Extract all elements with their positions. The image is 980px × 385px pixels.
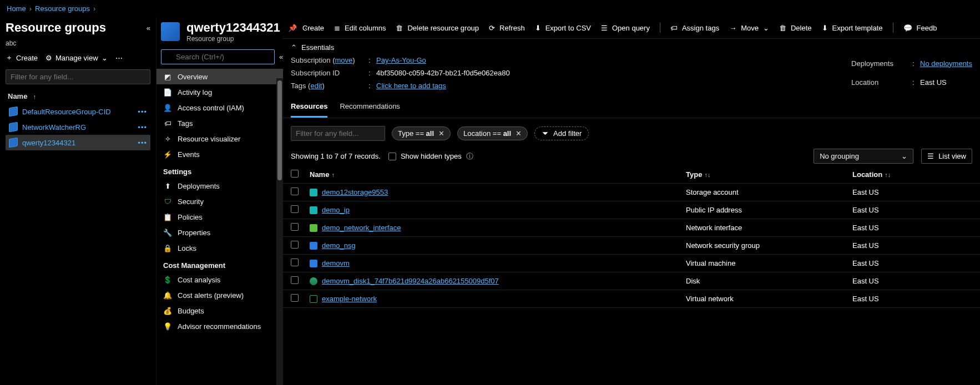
toolbar-divider [893, 23, 893, 33]
rg-item-more[interactable]: ••• [138, 123, 147, 131]
content-panel: ＋Create ≣Edit columns 🗑Delete resource g… [283, 17, 980, 385]
rg-item-more[interactable]: ••• [138, 108, 147, 116]
scrollbar-thumb[interactable] [277, 80, 282, 180]
nav-item-resource-visualizer[interactable]: ✧ Resource visualizer [156, 131, 283, 146]
export-template-button[interactable]: ⬇Export template [822, 24, 883, 32]
nav-item-cost-analysis[interactable]: 💲 Cost analysis [156, 272, 283, 287]
row-checkbox[interactable] [291, 276, 299, 284]
resource-type: Network interface [680, 219, 847, 237]
subscription-link[interactable]: Pay-As-You-Go [376, 56, 510, 64]
nav-item-cost-alerts[interactable]: 🔔 Cost alerts (preview) [156, 287, 283, 303]
rg-item[interactable]: qwerty12344321 ••• [6, 135, 150, 150]
delete-button[interactable]: 🗑Delete [779, 24, 812, 32]
more-button[interactable]: ⋯ [115, 54, 123, 62]
table-row[interactable]: demo_ipPublic IP addressEast US [283, 201, 980, 219]
row-checkbox[interactable] [291, 188, 299, 195]
collapse-nav-icon[interactable]: « [279, 53, 283, 61]
pin-icon[interactable]: 📌 [288, 24, 297, 32]
table-row[interactable]: demo_nsgNetwork security groupEast US [283, 237, 980, 255]
resource-link[interactable]: demo_nsg [322, 241, 356, 250]
edit-columns-button[interactable]: ≣Edit columns [334, 24, 386, 32]
row-checkbox[interactable] [291, 294, 299, 302]
table-row[interactable]: demovm_disk1_74f7b621d9924a26ab662155009… [283, 272, 980, 290]
type-filter-pill[interactable]: Type == all ✕ [392, 126, 451, 140]
resource-filter-input[interactable] [291, 126, 385, 141]
assign-tags-button[interactable]: 🏷Assign tags [670, 24, 719, 32]
nav-item-tags[interactable]: 🏷 Tags [156, 115, 283, 131]
breadcrumb-home[interactable]: Home [7, 4, 26, 13]
delete-rg-button[interactable]: 🗑Delete resource group [396, 24, 479, 32]
table-row[interactable]: demovmVirtual machineEast US [283, 255, 980, 272]
select-all-checkbox[interactable] [291, 170, 299, 178]
refresh-button[interactable]: ⟳Refresh [489, 24, 525, 32]
nav-item-overview[interactable]: ◩ Overview [156, 69, 283, 84]
nav-item-events[interactable]: ⚡ Events [156, 146, 283, 162]
close-icon[interactable]: ✕ [438, 129, 444, 138]
feedback-button[interactable]: 💬Feedb [903, 24, 937, 32]
info-icon[interactable]: ⓘ [466, 151, 473, 161]
filter-input[interactable] [6, 69, 150, 84]
sort-icon: ↑↓ [704, 171, 710, 178]
show-hidden-checkbox[interactable] [388, 153, 396, 160]
list-view-button[interactable]: ☰ List view [921, 149, 972, 164]
resource-link[interactable]: demovm_disk1_74f7b621d9924a26ab662155009… [322, 277, 499, 285]
nav-item-access-control[interactable]: 👤 Access control (IAM) [156, 100, 283, 115]
row-checkbox[interactable] [291, 241, 299, 249]
table-row[interactable]: example-networkVirtual networkEast US [283, 290, 980, 308]
name-column-header[interactable]: Name ↑ [6, 89, 150, 104]
table-row[interactable]: demo_network_interfaceNetwork interfaceE… [283, 219, 980, 237]
grouping-select[interactable]: No grouping ⌄ [814, 149, 913, 164]
edit-tags-link[interactable]: edit [310, 82, 322, 90]
nav-item-policies[interactable]: 📋 Policies [156, 209, 283, 225]
location-filter-pill[interactable]: Location == all ✕ [457, 126, 528, 140]
move-subscription-link[interactable]: move [335, 56, 353, 64]
resource-location: East US [847, 184, 980, 201]
collapse-left-icon[interactable]: « [147, 24, 150, 32]
add-tags-link[interactable]: Click here to add tags [376, 82, 510, 90]
nav-item-activity-log[interactable]: 📄 Activity log [156, 84, 283, 100]
resource-link[interactable]: demo12storage9553 [322, 188, 388, 196]
rg-item[interactable]: NetworkWatcherRG ••• [6, 119, 150, 135]
tab-resources[interactable]: Resources [291, 102, 327, 118]
col-location[interactable]: Location↑↓ [847, 166, 980, 184]
nav-scrollbar[interactable] [276, 78, 283, 385]
add-filter-button[interactable]: ⏷ Add filter [534, 126, 589, 140]
nav-search-input[interactable] [161, 49, 275, 64]
deployments-link[interactable]: No deployments [920, 59, 972, 68]
open-query-button[interactable]: ☰Open query [601, 24, 650, 32]
col-type[interactable]: Type↑↓ [680, 166, 847, 184]
nav-item-locks[interactable]: 🔒 Locks [156, 240, 283, 256]
table-row[interactable]: demo12storage9553Storage accountEast US [283, 184, 980, 201]
nav-item-deployments[interactable]: ⬆ Deployments [156, 178, 283, 194]
chevron-down-icon: ⌄ [102, 54, 108, 62]
nav-item-security[interactable]: 🛡 Security [156, 194, 283, 209]
resource-link[interactable]: demo_ip [322, 206, 350, 214]
resource-link[interactable]: demo_network_interface [322, 224, 401, 232]
essentials-toggle[interactable]: ⌃ Essentials [283, 39, 980, 54]
more-icon[interactable]: ⋯ [305, 24, 312, 32]
row-checkbox[interactable] [291, 223, 299, 231]
col-name[interactable]: Name↑ [304, 166, 680, 184]
breadcrumb-resource-groups[interactable]: Resource groups [35, 4, 90, 13]
trash-icon: 🗑 [396, 24, 403, 32]
close-icon[interactable]: ✕ [516, 129, 522, 138]
tab-recommendations[interactable]: Recommendations [340, 102, 400, 118]
move-button[interactable]: →Move⌄ [729, 24, 769, 32]
resource-type: Disk [680, 272, 847, 290]
export-csv-button[interactable]: ⬇Export to CSV [535, 24, 591, 32]
filters-row: Type == all ✕ Location == all ✕ ⏷ Add fi… [283, 118, 980, 145]
resource-link[interactable]: example-network [322, 295, 377, 303]
resource-location: East US [847, 237, 980, 255]
rg-item[interactable]: DefaultResourceGroup-CID ••• [6, 104, 150, 119]
row-checkbox[interactable] [291, 205, 299, 213]
create-button[interactable]: ＋ Create [6, 53, 38, 63]
nav-item-budgets[interactable]: 💰 Budgets [156, 303, 283, 318]
rg-item-more[interactable]: ••• [138, 139, 147, 147]
resource-link[interactable]: demovm [322, 259, 350, 267]
nav-item-properties[interactable]: 🔧 Properties [156, 225, 283, 240]
manage-view-button[interactable]: ⚙ Manage view ⌄ [46, 54, 108, 62]
row-checkbox[interactable] [291, 259, 299, 266]
resource-type-icon [310, 189, 317, 196]
nav-item-advisor[interactable]: 💡 Advisor recommendations [156, 318, 283, 334]
subscription-label: Subscription (move) [291, 56, 368, 64]
